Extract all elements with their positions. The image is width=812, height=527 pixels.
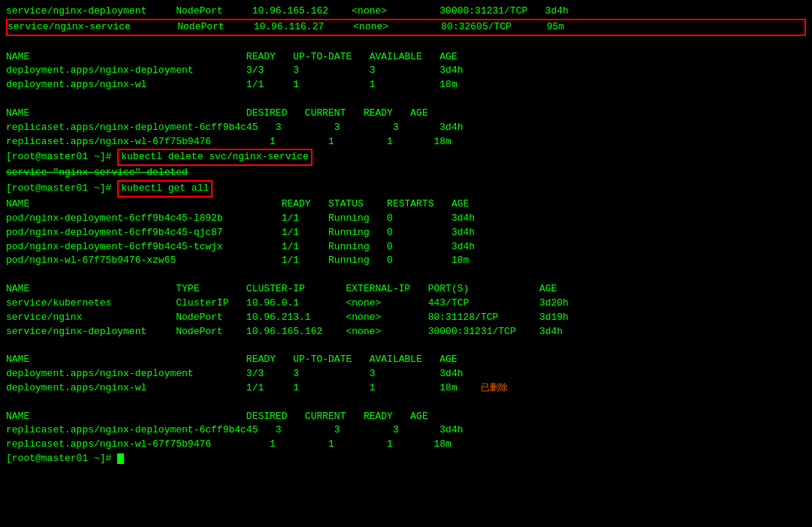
deleted-output: service "nginx-service" deleted — [6, 166, 806, 180]
terminal: service/nginx-deployment NodePort 10.96.… — [0, 0, 812, 527]
replica-row-2: replicaset.apps/nginx-wl-67f75b9476 1 1 … — [6, 135, 806, 149]
line-nginx-deployment-top: service/nginx-deployment NodePort 10.96.… — [6, 5, 806, 19]
deleted-text: service "nginx-service" deleted — [6, 167, 188, 178]
replica-header-1: NAME DESIRED CURRENT READY AGE — [6, 107, 806, 121]
deploy-row-2: deployment.apps/nginx-wl 1/1 1 1 18m — [6, 78, 806, 92]
deploy-row-3: deployment.apps/nginx-deployment 3/3 3 3… — [6, 367, 806, 381]
pod-header: NAME READY STATUS RESTARTS AGE — [6, 197, 806, 212]
final-prompt: [root@master01 ~]# — [6, 452, 806, 466]
svc-header-2: NAME TYPE CLUSTER-IP EXTERNAL-IP PORT(S)… — [6, 282, 806, 297]
cmd-delete-line: [root@master01 ~]# kubectl delete svc/ng… — [6, 149, 806, 166]
deleted-annotation: 已删除 — [481, 383, 508, 393]
deploy-header-1: NAME READY UP-TO-DATE AVAILABLE AGE — [6, 50, 806, 65]
replica-row-3: replicaset.apps/nginx-deployment-6cff9b4… — [6, 423, 806, 438]
blank3 — [6, 268, 806, 282]
cmd-getall-line: [root@master01 ~]# kubectl get all — [6, 180, 806, 197]
svc-nginx-deployment: service/nginx-deployment NodePort 10.96.… — [6, 325, 806, 339]
deploy-header-2: NAME READY UP-TO-DATE AVAILABLE AGE — [6, 353, 806, 367]
cmd-getall-box: kubectl get all — [117, 180, 213, 197]
pod-row-2: pod/nginx-deployment-6cff9b4c45-qjc87 1/… — [6, 226, 806, 240]
pod-row-4: pod/nginx-wl-67f75b9476-xzw65 1/1 Runnin… — [6, 254, 806, 268]
blank1 — [6, 36, 806, 50]
blank2 — [6, 92, 806, 107]
pod-row-1: pod/nginx-deployment-6cff9b4c45-l892b 1/… — [6, 212, 806, 226]
cmd-delete-box: kubectl delete svc/nginx-service — [117, 149, 312, 166]
terminal-cursor — [117, 453, 124, 464]
deploy-row-4-annotated: deployment.apps/nginx-wl 1/1 1 1 18m 已删除 — [6, 381, 806, 396]
replica-row-1: replicaset.apps/nginx-deployment-6cff9b4… — [6, 121, 806, 135]
blank4 — [6, 339, 806, 353]
svc-nginx: service/nginx NodePort 10.96.213.1 <none… — [6, 311, 806, 325]
replica-row-4: replicaset.apps/nginx-wl-67f75b9476 1 1 … — [6, 438, 806, 452]
replica-header-2: NAME DESIRED CURRENT READY AGE — [6, 410, 806, 424]
blank5 — [6, 396, 806, 410]
svc-kubernetes: service/kubernetes ClusterIP 10.96.0.1 <… — [6, 297, 806, 311]
pod-row-3: pod/nginx-deployment-6cff9b4c45-tcwjx 1/… — [6, 240, 806, 254]
deploy-row-1: deployment.apps/nginx-deployment 3/3 3 3… — [6, 64, 806, 78]
line-nginx-service-redbox: service/nginx-service NodePort 10.96.116… — [6, 19, 806, 36]
